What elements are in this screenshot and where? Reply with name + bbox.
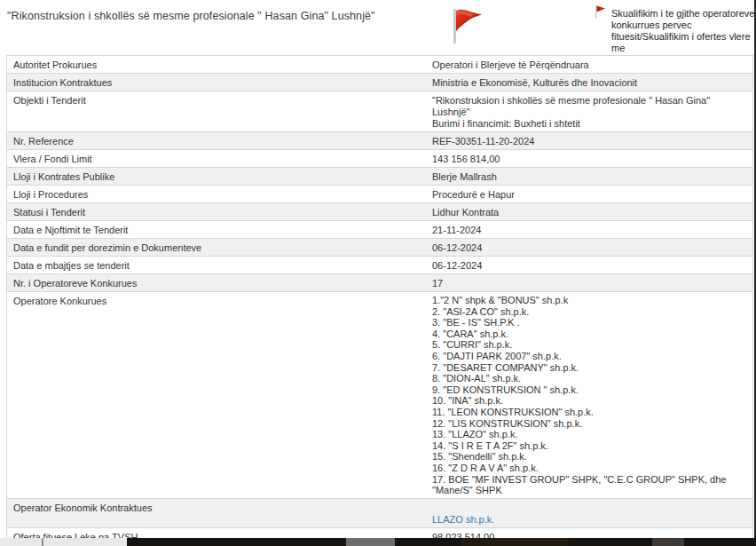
row-value: 06-12-2024	[426, 239, 752, 256]
tender-details-table: Autoritet Prokurues Operatori i Blerjeve…	[6, 55, 753, 546]
row-label: Data e fundit per dorezimin e Dokumentev…	[7, 239, 426, 256]
table-row-reference: Nr. Reference REF-30351-11-20-2024	[7, 132, 752, 150]
row-label: Lloji i Kontrates Publike	[7, 168, 426, 185]
table-row-objekti: Objekti i Tenderit "Rikonstruksion i shk…	[7, 91, 752, 132]
row-label: Lloji i Procedures	[7, 186, 426, 202]
table-row-lloji-kontrates: Lloji i Kontrates Publike Blerje Mallras…	[7, 168, 752, 186]
row-label: Autoritet Prokurues	[7, 56, 426, 73]
row-value: 06-12-2024	[426, 257, 752, 273]
row-value: "Rikonstruksion i shkollës së mesme prof…	[426, 91, 752, 131]
red-flag-icon	[445, 4, 486, 47]
row-value: 17	[426, 274, 752, 291]
contracted-operator-link[interactable]: LLAZO sh.p.k.	[432, 514, 494, 525]
table-row-nr-operatoreve: Nr. i Operatoreve Konkurues 17	[7, 274, 752, 292]
row-value: Operatori i Blerjeve të Përqëndruara	[426, 56, 752, 73]
row-label: Objekti i Tenderit	[7, 91, 426, 131]
table-row-data-njoftimit: Data e Njoftimit te Tenderit 21-11-2024	[7, 221, 752, 239]
table-row-institucion: Institucion Kontraktues Ministria e Ekon…	[7, 74, 752, 91]
row-label: Statusi i Tenderit	[7, 203, 426, 220]
page-title: "Rikonstruksion i shkollës së mesme prof…	[7, 10, 375, 22]
row-value: Blerje Mallrash	[426, 168, 752, 185]
bottom-bar	[0, 538, 756, 546]
row-label: Vlera / Fondi Limit	[7, 150, 426, 167]
bottom-bar-gray-segment	[346, 538, 395, 546]
row-label: Institucion Kontraktues	[7, 74, 426, 91]
row-value: 21-11-2024	[426, 221, 752, 238]
bottom-bar-shade	[461, 538, 568, 546]
row-label: Operator Ekonomik Kontraktues	[7, 499, 426, 527]
row-value: 143 156 814,00	[426, 150, 752, 167]
table-row-statusi: Statusi i Tenderit Lidhur Kontrata	[7, 203, 752, 221]
table-row-operatore-konkurues: Operatore Konkurues 1."2 N" shpk & "BONU…	[7, 292, 752, 499]
row-value: LLAZO sh.p.k.	[426, 499, 752, 527]
competing-operators-list: 1."2 N" shpk & "BONUS" sh.p.k 2. "ASI-2A…	[426, 292, 752, 498]
row-label: Operatore Konkurues	[7, 292, 426, 498]
small-red-flag-icon	[593, 4, 606, 20]
row-value: Ministria e Ekonomisë, Kulturës dhe Inov…	[426, 74, 752, 91]
table-row-data-dorezimit: Data e fundit per dorezimin e Dokumentev…	[7, 239, 752, 257]
row-label: Data e mbajtjes se tenderit	[7, 257, 426, 273]
row-label: Nr. i Operatoreve Konkurues	[7, 274, 426, 291]
row-label: Nr. Reference	[7, 132, 426, 149]
row-label: Data e Njoftimit te Tenderit	[7, 221, 426, 238]
row-value: Lidhur Kontrata	[426, 203, 752, 220]
table-row-data-mbajtjes: Data e mbajtjes se tenderit 06-12-2024	[7, 257, 752, 274]
table-row-operator-kontraktues: Operator Ekonomik Kontraktues LLAZO sh.p…	[7, 499, 752, 528]
row-value: Procedurë e Hapur	[426, 186, 752, 202]
table-row-fondi-limit: Vlera / Fondi Limit 143 156 814,00	[7, 150, 752, 168]
tender-detail-page: "Rikonstruksion i shkollës së mesme prof…	[0, 0, 756, 546]
table-row-autoritet: Autoritet Prokurues Operatori i Blerjeve…	[7, 56, 752, 74]
bottom-bar-tick	[42, 538, 43, 546]
table-row-lloji-procedures: Lloji i Procedures Procedurë e Hapur	[7, 186, 752, 203]
bottom-bar-dim-segment	[652, 538, 684, 546]
row-value: REF-30351-11-20-2024	[426, 132, 752, 149]
